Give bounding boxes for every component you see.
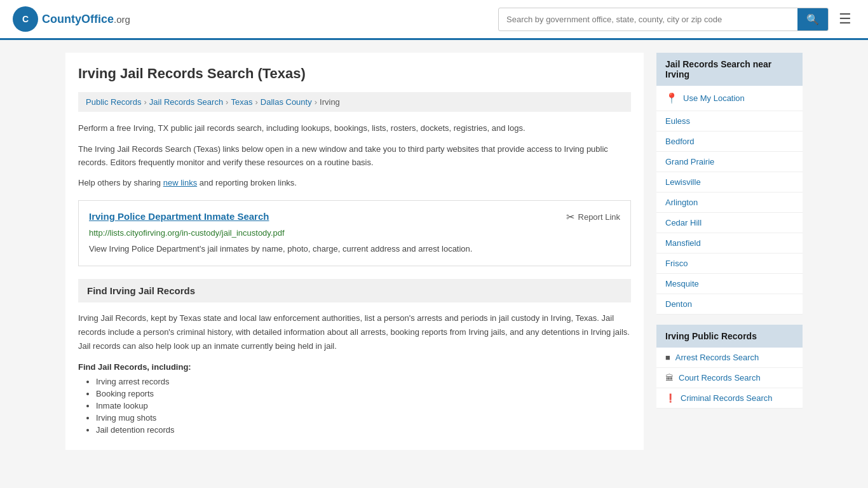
list-item: Mansfield	[656, 233, 803, 254]
breadcrumb-current: Irving	[320, 97, 340, 107]
report-link-label: Report Link	[578, 212, 620, 222]
description-2: The Irving Jail Records Search (Texas) l…	[78, 143, 631, 170]
resource-card-header: Irving Police Department Inmate Search ✂…	[89, 211, 620, 223]
public-records-link[interactable]: Criminal Records Search	[681, 393, 773, 403]
sidebar: Jail Records Search near Irving 📍 Use My…	[656, 53, 803, 450]
breadcrumb-link-jail-records-search[interactable]: Jail Records Search	[149, 97, 223, 107]
list-item: Bedford	[656, 132, 803, 152]
sidebar-public-records-header: Irving Public Records	[656, 325, 803, 348]
list-item: Cedar Hill	[656, 213, 803, 233]
find-section-body: Irving Jail Records, kept by Texas state…	[78, 311, 631, 353]
search-input[interactable]	[499, 10, 797, 29]
nearby-city-link[interactable]: Euless	[656, 111, 803, 131]
list-item: Irving mug shots	[96, 413, 631, 423]
search-button[interactable]: 🔍	[797, 8, 828, 30]
nearby-cities-list: EulessBedfordGrand PrairieLewisvilleArli…	[656, 111, 803, 315]
logo-text: CountyOffice.org	[42, 13, 130, 26]
page-title: Irving Jail Records Search (Texas)	[78, 65, 631, 82]
nearby-city-link[interactable]: Bedford	[656, 132, 803, 151]
list-item: 🏛Court Records Search	[656, 368, 803, 388]
public-records-link[interactable]: Arrest Records Search	[675, 353, 759, 362]
menu-button[interactable]: ☰	[835, 7, 855, 31]
list-item: Jail detention records	[96, 425, 631, 435]
list-item: Euless	[656, 111, 803, 132]
find-including-label: Find Jail Records, including:	[78, 362, 631, 372]
search-bar: 🔍	[498, 8, 829, 31]
breadcrumb: Public Records › Jail Records Search › T…	[78, 92, 631, 112]
list-item: Booking reports	[96, 389, 631, 398]
report-icon: ✂	[566, 211, 574, 223]
nearby-city-link[interactable]: Grand Prairie	[656, 152, 803, 172]
nearby-city-link[interactable]: Denton	[656, 294, 803, 314]
description-1: Perform a free Irving, TX public jail re…	[78, 122, 631, 135]
use-location-label: Use My Location	[683, 93, 745, 103]
nearby-city-link[interactable]: Frisco	[656, 254, 803, 273]
sidebar-public-records-section: Irving Public Records ■Arrest Records Se…	[656, 325, 803, 409]
main-container: Irving Jail Records Search (Texas) Publi…	[53, 40, 815, 463]
list-item: ❗Criminal Records Search	[656, 388, 803, 409]
list-item: Frisco	[656, 254, 803, 274]
breadcrumb-link-texas[interactable]: Texas	[231, 97, 252, 107]
breadcrumb-link-public-records[interactable]: Public Records	[86, 97, 141, 107]
find-section-header: Find Irving Jail Records	[78, 279, 631, 302]
breadcrumb-link-dallas-county[interactable]: Dallas County	[261, 97, 312, 107]
svg-text:C: C	[22, 14, 29, 24]
list-item: Grand Prairie	[656, 152, 803, 172]
nearby-city-link[interactable]: Arlington	[656, 193, 803, 212]
content-area: Irving Jail Records Search (Texas) Publi…	[65, 53, 644, 450]
resource-url: http://lists.cityofirving.org/in-custody…	[89, 228, 620, 238]
site-header: C CountyOffice.org 🔍 ☰	[0, 0, 868, 40]
report-link[interactable]: ✂ Report Link	[566, 211, 620, 223]
header-right: 🔍 ☰	[498, 7, 855, 31]
resource-description: View Irving Police Department's jail inm…	[89, 243, 620, 255]
logo-area: C CountyOffice.org	[13, 6, 130, 32]
find-list: Irving arrest recordsBooking reportsInma…	[78, 377, 631, 435]
resource-card: Irving Police Department Inmate Search ✂…	[78, 200, 631, 266]
new-links-link[interactable]: new links	[163, 178, 197, 187]
public-records-link[interactable]: Court Records Search	[679, 373, 761, 383]
public-records-list: ■Arrest Records Search🏛Court Records Sea…	[656, 348, 803, 409]
pub-records-icon: 🏛	[665, 373, 674, 383]
list-item: Denton	[656, 294, 803, 315]
list-item: Arlington	[656, 193, 803, 213]
sidebar-nearby-header: Jail Records Search near Irving	[656, 53, 803, 86]
logo-icon: C	[13, 6, 38, 32]
pub-records-icon: ❗	[665, 393, 675, 403]
find-section: Find Irving Jail Records Irving Jail Rec…	[78, 279, 631, 435]
nearby-city-link[interactable]: Mansfield	[656, 233, 803, 253]
list-item: Mesquite	[656, 274, 803, 294]
location-pin-icon: 📍	[665, 92, 678, 104]
list-item: Inmate lookup	[96, 401, 631, 410]
nearby-city-link[interactable]: Mesquite	[656, 274, 803, 294]
nearby-city-link[interactable]: Lewisville	[656, 172, 803, 192]
list-item: Irving arrest records	[96, 377, 631, 386]
resource-title-link[interactable]: Irving Police Department Inmate Search	[89, 211, 269, 222]
description-3: Help others by sharing new links and rep…	[78, 177, 631, 190]
sidebar-nearby-section: Jail Records Search near Irving 📍 Use My…	[656, 53, 803, 315]
pub-records-icon: ■	[665, 353, 670, 362]
list-item: ■Arrest Records Search	[656, 348, 803, 368]
use-location-item[interactable]: 📍 Use My Location	[656, 86, 803, 111]
nearby-city-link[interactable]: Cedar Hill	[656, 213, 803, 233]
list-item: Lewisville	[656, 172, 803, 193]
